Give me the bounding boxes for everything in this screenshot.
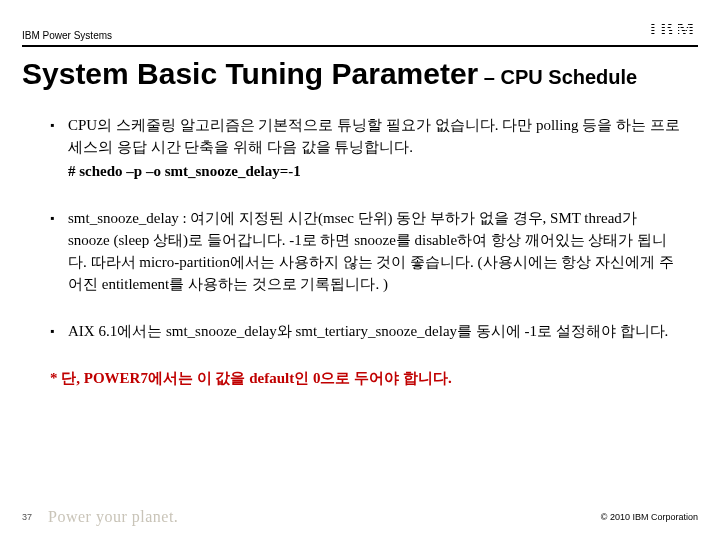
ibm-logo-text: IBM xyxy=(649,18,698,41)
bullet-text: AIX 6.1에서는 smt_snooze_delay와 smt_tertiar… xyxy=(68,323,668,339)
title-sub: – CPU Schedule xyxy=(478,66,637,88)
tagline: Power your planet. xyxy=(48,508,178,526)
bullet-item: smt_snooze_delay : 여기에 지정된 시간(msec 단위) 동… xyxy=(50,208,682,295)
slide-header: IBM Power Systems IBM xyxy=(22,18,698,47)
slide-footer: 37 Power your planet. © 2010 IBM Corpora… xyxy=(22,508,698,526)
ibm-logo: IBM xyxy=(649,18,698,41)
copyright: © 2010 IBM Corporation xyxy=(601,512,698,522)
title-main: System Basic Tuning Parameter xyxy=(22,57,478,90)
product-line: IBM Power Systems xyxy=(22,30,112,41)
bullet-text: smt_snooze_delay : 여기에 지정된 시간(msec 단위) 동… xyxy=(68,210,674,291)
slide-content: CPU의 스케줄링 알고리즘은 기본적으로 튜닝할 필요가 없습니다. 다만 p… xyxy=(22,91,698,388)
warning-note: * 단, POWER7에서는 이 값을 default인 0으로 두어야 합니다… xyxy=(50,369,682,388)
bullet-item: CPU의 스케줄링 알고리즘은 기본적으로 튜닝할 필요가 없습니다. 다만 p… xyxy=(50,115,682,182)
bullet-text: CPU의 스케줄링 알고리즘은 기본적으로 튜닝할 필요가 없습니다. 다만 p… xyxy=(68,117,680,155)
command-text: # schedo –p –o smt_snooze_delay=-1 xyxy=(68,161,682,183)
bullet-item: AIX 6.1에서는 smt_snooze_delay와 smt_tertiar… xyxy=(50,321,682,343)
page-number: 37 xyxy=(22,512,32,522)
footer-left: 37 Power your planet. xyxy=(22,508,178,526)
slide-title: System Basic Tuning Parameter – CPU Sche… xyxy=(22,57,698,91)
slide: IBM Power Systems IBM System Basic Tunin… xyxy=(0,0,720,540)
